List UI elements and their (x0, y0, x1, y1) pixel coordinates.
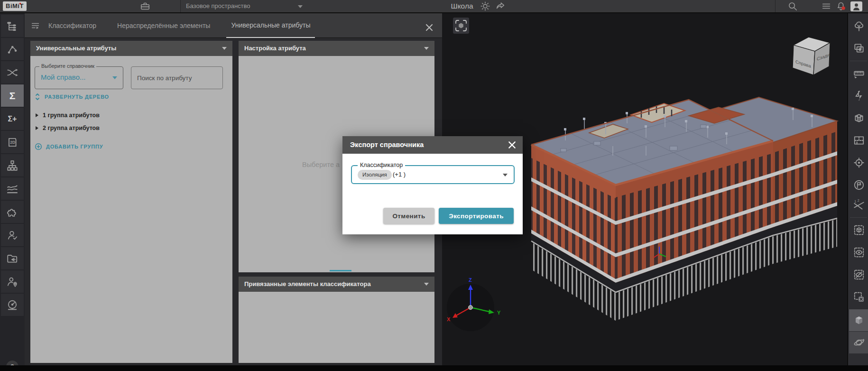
svg-text:1: 1 (854, 200, 856, 203)
tool-show[interactable] (849, 241, 868, 263)
sum-icon: Σ (9, 91, 16, 101)
tool-user-location[interactable] (1, 270, 24, 293)
tool-hierarchy[interactable] (1, 154, 24, 176)
tool-hide[interactable] (849, 264, 868, 286)
dialog-close-icon[interactable] (508, 140, 517, 149)
attribute-group-row[interactable]: 2 группа атрибутов (36, 125, 100, 131)
topbar-separator (180, 0, 181, 12)
dialog-header[interactable]: Экспорт справочника (342, 136, 523, 154)
charts-icon (6, 183, 18, 195)
axis-z-label: Z (469, 277, 472, 283)
share-icon[interactable] (495, 1, 506, 11)
classifier-more-count: (+1 ) (393, 171, 406, 178)
tab-unallocated-elements[interactable]: Нераспределённые элементы (112, 13, 215, 38)
reference-select[interactable]: Выберите справочник Мой справо... (35, 66, 123, 89)
tool-shuffle[interactable] (1, 61, 24, 83)
tool-2d-view[interactable]: 2D (1, 131, 24, 153)
tool-floorplan[interactable] (849, 130, 868, 151)
list-icon[interactable] (821, 1, 831, 11)
axes-12-icon: 1 2 (853, 199, 865, 212)
workspace-caret-icon[interactable] (298, 5, 303, 8)
universal-attributes-panel-body: Выберите справочник Мой справо... РАЗВЕР… (30, 56, 232, 363)
tool-clash[interactable] (849, 85, 868, 107)
tool-connections[interactable] (1, 38, 24, 60)
tool-dashboard[interactable] (1, 294, 24, 316)
logo-accent-dot (19, 3, 21, 4)
show-eye-icon (853, 246, 865, 259)
tool-section-box[interactable] (849, 107, 868, 129)
dialog-body: Классификатор Изоляция (+1 ) Отменить Эк… (342, 154, 523, 234)
tool-locate[interactable] (849, 152, 868, 174)
tool-isolate[interactable] (849, 219, 868, 241)
app-logo-text: BiMiT (6, 2, 24, 9)
clear-selection-icon (853, 291, 865, 303)
cancel-button[interactable]: Отменить (383, 208, 434, 224)
attribute-search-input[interactable] (131, 66, 223, 89)
linked-elements-panel-header[interactable]: Привязанные элементы классификатора (239, 277, 434, 292)
reference-select-caret-icon[interactable] (112, 76, 117, 79)
export-reference-dialog: Экспорт справочника Классификатор Изоляц… (342, 136, 523, 234)
notification-badge (841, 6, 845, 9)
tool-structure-tree[interactable] (1, 15, 24, 37)
shuffle-icon (6, 66, 18, 79)
tool-axes-grid[interactable]: 1 2 (849, 195, 868, 216)
linked-elements-panel: Привязанные элементы классификатора (239, 277, 434, 363)
tool-issues[interactable] (849, 174, 868, 196)
scroll-indicator[interactable] (330, 270, 351, 271)
toolbar-separator (850, 217, 867, 218)
tool-shaded-view[interactable] (849, 309, 868, 331)
search-icon[interactable] (787, 1, 798, 11)
tool-environment[interactable] (849, 15, 868, 37)
collapse-caret-icon[interactable] (222, 47, 227, 50)
workspace-dropdown[interactable]: Базовое пространство (186, 0, 250, 12)
hierarchy-icon (6, 159, 18, 172)
briefcase-icon[interactable] (140, 1, 150, 11)
tree-expand-icon[interactable] (36, 113, 38, 117)
export-button[interactable]: Экспортировать (439, 208, 514, 224)
tool-selection-sets[interactable] (849, 37, 868, 59)
reference-select-value: Мой справо... (41, 73, 86, 81)
tab-bar: Классификатор Нераспределённые элементы … (25, 13, 442, 38)
expand-tree-button[interactable]: РАЗВЕРНУТЬ ДЕРЕВО (34, 93, 109, 101)
collapse-caret-icon[interactable] (424, 47, 429, 50)
tool-charts[interactable] (1, 177, 24, 200)
classifier-field-label: Классификатор (358, 162, 405, 168)
notifications-icon[interactable] (836, 1, 846, 11)
tool-export-folder[interactable] (1, 247, 24, 269)
user-check-icon (6, 229, 18, 241)
focus-selection-button[interactable] (453, 18, 469, 34)
shaded-cube-icon (853, 314, 865, 326)
classifier-chip[interactable]: Изоляция (358, 170, 392, 180)
section-box-icon (853, 112, 865, 124)
app-logo[interactable]: BiMiT (3, 1, 27, 11)
tool-user-check[interactable] (1, 224, 24, 246)
tab-classifier[interactable]: Классификатор (44, 13, 101, 38)
workspace-dropdown-value: Базовое пространство (186, 2, 250, 9)
tab-universal-attributes[interactable]: Универсальные атрибуты (226, 13, 315, 38)
tool-measure[interactable] (849, 63, 868, 84)
nav-cube[interactable]: Справа Сзади (793, 37, 830, 75)
close-panel-icon[interactable] (425, 23, 434, 32)
collapse-caret-icon[interactable] (424, 283, 429, 286)
hide-eye-icon (853, 269, 865, 281)
panel-menu-icon[interactable] (30, 20, 41, 31)
tool-plugins[interactable] (1, 201, 24, 223)
universal-attributes-panel-header[interactable]: Универсальные атрибуты (30, 41, 232, 56)
classifier-select-caret-icon[interactable] (503, 174, 508, 176)
attribute-settings-panel-header[interactable]: Настройка атрибута (239, 41, 434, 56)
tool-add-attributes[interactable]: Σ+ (1, 108, 24, 130)
tool-clear-selection[interactable] (849, 286, 868, 308)
tree-expand-icon[interactable] (36, 126, 38, 130)
attribute-group-row[interactable]: 1 группа атрибутов (36, 112, 100, 119)
tool-universal-attributes[interactable]: Σ (1, 84, 24, 107)
add-group-button[interactable]: ДОБАВИТЬ ГРУППУ (35, 143, 103, 150)
svg-text:2D: 2D (10, 140, 15, 145)
classifier-multiselect[interactable]: Классификатор Изоляция (+1 ) (351, 165, 515, 184)
floorplan-icon (853, 134, 865, 147)
bottom-status-strip (0, 365, 868, 371)
user-icon[interactable] (850, 1, 862, 11)
sum-plus-icon: Σ+ (8, 115, 17, 123)
dashboard-icon (6, 299, 18, 311)
gear-icon[interactable] (480, 1, 490, 11)
tool-orbit[interactable] (849, 332, 868, 353)
